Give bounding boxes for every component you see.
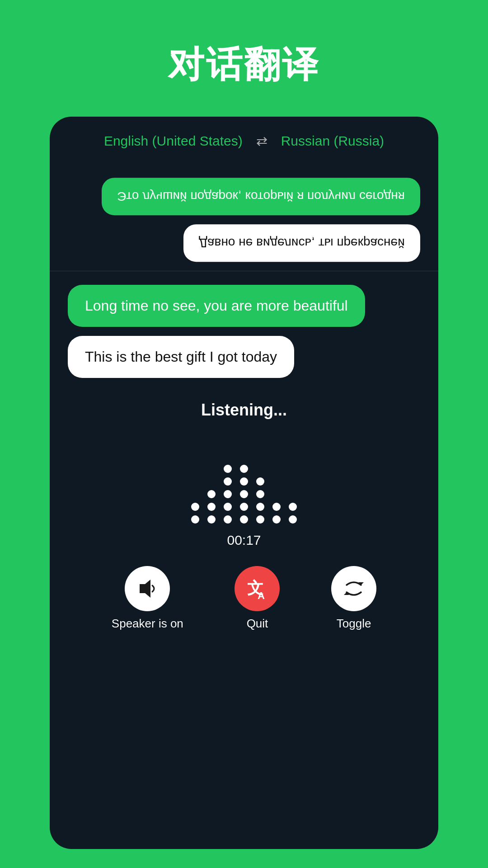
wave-col-2: [207, 490, 216, 524]
dot: [191, 503, 199, 511]
dot: [224, 515, 232, 524]
dot: [240, 465, 248, 473]
quit-button[interactable]: 文 A Quit: [235, 566, 280, 631]
dot: [256, 515, 264, 524]
dot: [256, 490, 264, 498]
bubble-english-white: This is the best gift I got today: [68, 336, 294, 378]
quit-label: Quit: [247, 617, 268, 631]
wave-col-1: [191, 503, 199, 524]
dot: [207, 490, 216, 498]
dot: [224, 477, 232, 486]
lang-right[interactable]: Russian (Russia): [281, 133, 384, 149]
main-card: English (United States) ⇄ Russian (Russi…: [50, 117, 438, 849]
listening-label: Listening...: [201, 401, 287, 420]
dot: [191, 515, 199, 524]
dot: [224, 503, 232, 511]
chat-lower: Long time no see, you are more beautiful…: [50, 271, 438, 387]
speaker-label: Speaker is on: [112, 617, 183, 631]
wave-col-3: [224, 465, 232, 524]
dot: [272, 515, 281, 524]
bottom-controls: Speaker is on 文 A Quit: [50, 561, 438, 653]
dot: [272, 503, 281, 511]
listening-section: Listening...: [50, 387, 438, 849]
speaker-button[interactable]: Speaker is on: [112, 566, 183, 631]
dot: [207, 515, 216, 524]
swap-icon[interactable]: ⇄: [256, 133, 267, 149]
toggle-icon-circle[interactable]: [331, 566, 376, 611]
page-title: 对话翻译: [168, 41, 320, 90]
dot: [240, 490, 248, 498]
lang-left[interactable]: English (United States): [104, 133, 243, 149]
dot: [256, 503, 264, 511]
dot: [224, 465, 232, 473]
wave-col-7: [289, 503, 297, 524]
dot: [256, 477, 264, 486]
dot: [240, 503, 248, 511]
wave-col-4: [240, 465, 248, 524]
dot: [224, 490, 232, 498]
lang-header: English (United States) ⇄ Russian (Russi…: [50, 117, 438, 162]
chat-upper: Это лучший подарок, который я получил се…: [50, 162, 438, 271]
dot: [240, 515, 248, 524]
dot: [207, 503, 216, 511]
svg-text:A: A: [258, 590, 265, 601]
toggle-button[interactable]: Toggle: [331, 566, 376, 631]
bubble-russian-white: Давно не виделись, ты прекрасней: [183, 224, 420, 262]
svg-marker-0: [140, 580, 150, 598]
bubble-english-green: Long time no see, you are more beautiful: [68, 285, 365, 327]
dot: [289, 515, 297, 524]
wave-col-5: [256, 477, 264, 524]
quit-icon-circle[interactable]: 文 A: [235, 566, 280, 611]
speaker-icon-circle[interactable]: [125, 566, 170, 611]
bubble-russian-green: Это лучший подарок, который я получил се…: [102, 178, 420, 215]
dot: [240, 477, 248, 486]
toggle-label: Toggle: [337, 617, 371, 631]
wave-col-6: [272, 503, 281, 524]
waveform: [191, 433, 297, 524]
timer-display: 00:17: [227, 533, 261, 548]
dot: [289, 503, 297, 511]
